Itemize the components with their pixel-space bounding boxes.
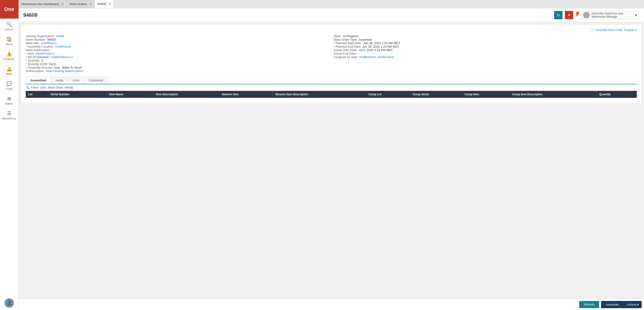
tab-holds[interactable]: Holds [51,77,68,84]
col-serial-number: Serial Number [48,91,106,98]
search-icon: 🔍 [6,21,12,27]
sidebar-item-search[interactable]: 🔍 Search [0,19,18,34]
sidebar-item-menus[interactable]: ☰ Menus/Favs [0,108,18,123]
info-left: Owning Organization: HUB6 Order Number: … [26,34,329,73]
wo-type-value: Assemble [359,38,372,41]
table-header: Lot Serial Number Item Name Item Descrip… [26,91,637,98]
info-row-assigned-user: Assigned To User: HUB6Admin, HUB6Admin [334,55,637,59]
assigned-user-value[interactable]: HUB6Admin, HUB6Admin [360,55,394,59]
app-logo[interactable]: One [0,0,18,19]
work-order-card: 📄 Assemble Work Order Template ▾ Owning … [21,25,642,104]
warning-icon: ⚠️ [6,51,12,57]
actions-button[interactable]: Actions ▾ [624,301,642,308]
col-comp-item: Comp Item [462,91,510,98]
info-row-sublocation: Work Sublocation: [26,48,329,52]
sub-tabs-bar: Assembled Holds Links Crossdock [26,77,637,84]
info-row-actual-end: Actual End Date: [334,52,637,55]
worksite-value[interactable]: Hub6Plant1 [41,41,57,45]
assembled-table: Lot Serial Number Item Name Item Descrip… [26,91,637,98]
sidebar-item-chats[interactable]: 💬 Chats [0,78,18,93]
state-value: In Progress [343,34,358,38]
template-link[interactable]: 📄 Assemble Work Order Template ▾ [26,28,637,32]
tab-close-dashboard[interactable]: ✕ [62,3,64,6]
info-row-bom: Bill Of Materials: Hub6FGItem1-2 [26,55,329,59]
col-comp-lot: Comp Lot [366,91,410,98]
tab-bar: Warehouse Neo Dashboard ✕ Work Orders ✕ … [18,0,644,8]
page-title: 94608 [23,12,38,18]
close-button[interactable]: ✕ [565,11,573,19]
info-right: State: In Progress Work Order Type: Asse… [334,34,637,73]
info-row-state: State: In Progress [334,34,637,38]
bom-value[interactable]: Hub6FGItem1-2 [51,55,73,59]
document-icon: 📄 [591,28,594,32]
info-row-org: Owning Organization: HUB6 [26,34,329,38]
tab-links[interactable]: Links [68,77,84,84]
info-row-order: Order Number: 94608 [26,38,329,41]
info-row-actual-start: Actual Start Date: Jul 6, 2022 5:51 PM M… [334,48,637,52]
item-value[interactable]: Hub6FGItem1 [36,52,55,55]
assembly-location-value[interactable]: Hub6Plant1 [55,45,71,48]
quantity-value: 2 [41,59,43,62]
authorization-value[interactable]: View Pending Authorizations [46,69,84,73]
user-avatar[interactable]: 👤 [5,298,14,308]
info-row-item: Item: Hub6FGItem1 [26,52,329,55]
col-comp-item-desc: Comp Item Description [510,91,597,98]
sidebar-item-alerts[interactable]: 🔔 Alerts [0,63,18,78]
info-row-planned-end: Planned End Date: Jun 28, 2022 1:22 AM M… [334,45,637,48]
assemble-button[interactable]: Assemble [601,301,624,308]
col-comp-serial: Comp Serial [410,91,462,98]
tab-close-search[interactable]: ✕ [109,2,111,6]
info-row-authorization: Authorization: View Pending Authorizatio… [26,69,329,73]
sidebar-bottom: 👤 [0,298,18,310]
process-type-value: Make To Stock [62,66,82,69]
user-dropdown[interactable]: Assembly Supervisor and Warehouse Manage… [580,11,639,20]
tab-search[interactable]: 94608 ✕ [95,0,114,8]
table-area: 🔍 Filters (edit) [Work Order: 94608] Lot… [26,84,637,98]
info-row-quantity: Quantity: 2 [26,59,329,62]
col-generic-item-desc: Generic Item Description [273,91,366,98]
filter-icon: 🔍 [26,86,30,90]
tab-assembled[interactable]: Assembled [26,77,50,84]
chat-icon: 💬 [6,81,12,87]
menu-icon: ☰ [7,111,12,116]
refresh-button[interactable]: ↻ [554,11,562,19]
filter-edit-link[interactable]: (edit) [40,86,46,89]
col-item-name: Item Name [107,91,154,98]
filter-active: [Work Order: 94608] [48,86,73,89]
sidebar-item-home[interactable]: 🏠 Home [0,34,18,48]
home-icon: 🏠 [6,36,12,42]
close-icon: ✕ [568,13,571,18]
uom-value: Each [49,62,56,66]
switch-icon: ⊞ [7,96,11,101]
col-generic-item: Generic Item [219,91,273,98]
info-row-process-type: Assembly Process Type: Make To Stock [26,66,329,69]
tab-dashboard[interactable]: Warehouse Neo Dashboard ✕ [18,0,67,8]
page-header: 94608 ↻ ✕ ≡ 1 Assembly Supervisor and Wa… [18,8,644,22]
filter-bar: 🔍 Filters (edit) [Work Order: 94608] [26,84,637,91]
tab-close-workorders[interactable]: ✕ [90,3,92,6]
tab-workorders[interactable]: Work Orders ✕ [67,0,95,8]
info-row-wo-type: Work Order Type: Assemble [334,38,637,41]
info-row-worksite: Work Site: Hub6Plant1 [26,41,329,45]
sidebar-item-problems[interactable]: ⚠️ Problems [0,48,18,63]
header-actions: ↻ ✕ ≡ 1 Assembly Supervisor and Warehous… [554,11,639,20]
notification-badge: 1 [576,12,579,15]
main-area: Warehouse Neo Dashboard ✕ Work Orders ✕ … [18,0,644,310]
avatar-icon: 👤 [7,300,12,305]
table-scroll[interactable]: Lot Serial Number Item Name Item Descrip… [26,91,637,98]
bell-icon: 🔔 [6,66,12,72]
col-quantity: Quantity [597,91,637,98]
org-value[interactable]: HUB6 [56,34,64,38]
menu-button[interactable]: ≡ 1 [576,13,578,18]
tab-crossdock[interactable]: Crossdock [84,77,108,84]
refresh-bottom-button[interactable]: Refresh [579,301,599,308]
user-avatar-small [583,12,590,18]
sidebar-item-switch[interactable]: ⊞ Switch [0,93,18,108]
order-value: 94608 [47,38,56,41]
planned-end-value: Jun 28, 2022 1:22 AM MDT [362,45,399,48]
user-name: Assembly Supervisor and Warehouse Manage… [592,12,633,18]
info-grid: Owning Organization: HUB6 Order Number: … [26,34,637,73]
bottom-bar: Refresh Assemble Actions ▾ [18,299,644,310]
sidebar: One 🔍 Search 🏠 Home ⚠️ Problems 🔔 Alerts… [0,0,18,310]
content-area: 📄 Assemble Work Order Template ▾ Owning … [18,22,644,299]
